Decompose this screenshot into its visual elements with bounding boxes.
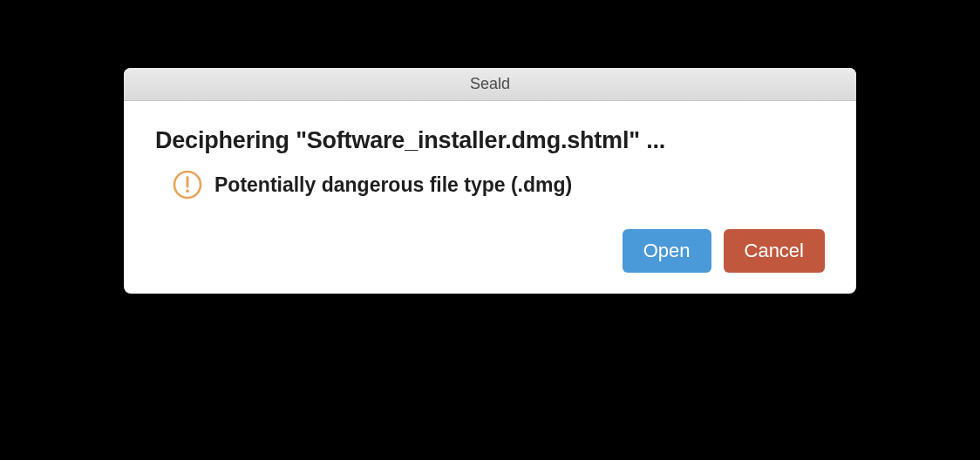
dialog-body: Deciphering "Software_installer.dmg.shtm…	[124, 101, 856, 294]
window-title: Seald	[470, 75, 510, 93]
exclamation-circle-icon	[173, 170, 202, 200]
titlebar: Seald	[124, 68, 856, 101]
dialog-heading: Deciphering "Software_installer.dmg.shtm…	[155, 127, 825, 154]
warning-row: Potentially dangerous file type (.dmg)	[173, 170, 825, 200]
dialog-window: Seald Deciphering "Software_installer.dm…	[124, 68, 856, 294]
svg-point-2	[186, 189, 189, 193]
cancel-button[interactable]: Cancel	[724, 229, 825, 273]
open-button[interactable]: Open	[623, 229, 711, 273]
warning-text: Potentially dangerous file type (.dmg)	[214, 173, 572, 197]
button-row: Open Cancel	[155, 229, 825, 273]
